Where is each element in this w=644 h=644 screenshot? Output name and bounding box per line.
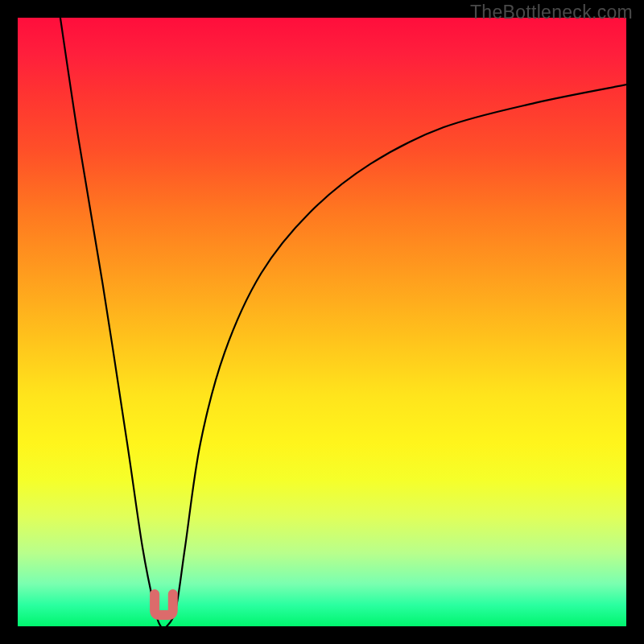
watermark-text: TheBottleneck.com <box>470 2 633 23</box>
chart-plot-area <box>18 18 626 626</box>
chart-svg <box>18 18 626 626</box>
bottleneck-curve-line <box>60 18 626 626</box>
minimum-marker <box>155 594 173 615</box>
